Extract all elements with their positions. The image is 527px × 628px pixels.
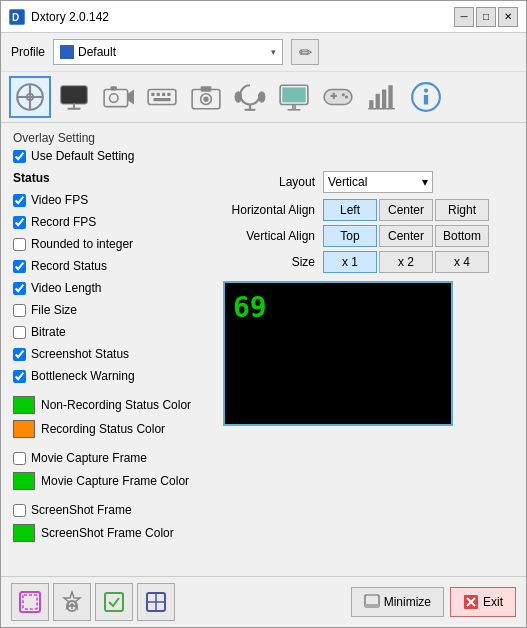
- recording-color-swatch[interactable]: [13, 420, 35, 438]
- bottleneck-label: Bottleneck Warning: [31, 369, 135, 383]
- align-right-button[interactable]: Right: [435, 199, 489, 221]
- preview-box: 69: [223, 281, 453, 426]
- video-fps-checkbox[interactable]: [13, 194, 26, 207]
- horizontal-align-label: Horizontal Align: [223, 203, 323, 217]
- movie-capture-frame-label: Movie Capture Frame: [31, 451, 147, 465]
- window-title: Dxtory 2.0.142: [31, 10, 109, 24]
- layout-select[interactable]: Vertical ▾: [323, 171, 433, 193]
- bottom-icon-1-button[interactable]: [11, 583, 49, 621]
- profile-dropdown[interactable]: Default ▾: [53, 39, 283, 65]
- svg-rect-13: [111, 86, 117, 90]
- size-x2-button[interactable]: x 2: [379, 251, 433, 273]
- align-center-button[interactable]: Center: [379, 199, 433, 221]
- svg-text:D: D: [12, 12, 19, 23]
- screenshot-frame-checkbox[interactable]: [13, 504, 26, 517]
- movie-capture-color-swatch[interactable]: [13, 472, 35, 490]
- svg-rect-35: [333, 93, 335, 99]
- minimize-icon: [364, 594, 380, 610]
- size-row: Size x 1 x 2 x 4: [223, 251, 514, 273]
- align-middle-button[interactable]: Center: [379, 225, 433, 247]
- toolbar-camera-button[interactable]: [185, 76, 227, 118]
- list-item: Bitrate: [13, 321, 213, 343]
- app-icon: D: [9, 9, 25, 25]
- toolbar-monitor-button[interactable]: [53, 76, 95, 118]
- svg-rect-40: [382, 90, 386, 109]
- minimize-button[interactable]: Minimize: [351, 587, 444, 617]
- movie-capture-frame-row: Movie Capture Frame: [13, 447, 213, 469]
- exit-button[interactable]: Exit: [450, 587, 516, 617]
- size-label: Size: [223, 255, 323, 269]
- bottleneck-checkbox[interactable]: [13, 370, 26, 383]
- list-item: Screenshot Status: [13, 343, 213, 365]
- list-item: Bottleneck Warning: [13, 365, 213, 387]
- movie-capture-color-label: Movie Capture Frame Color: [41, 474, 189, 488]
- record-fps-label: Record FPS: [31, 215, 96, 229]
- svg-rect-16: [157, 93, 160, 96]
- svg-rect-18: [167, 93, 170, 96]
- align-left-button[interactable]: Left: [323, 199, 377, 221]
- status-title: Status: [13, 171, 213, 185]
- use-default-label: Use Default Setting: [31, 149, 134, 163]
- record-fps-checkbox[interactable]: [13, 216, 26, 229]
- pencil-icon: ✏: [299, 43, 312, 62]
- main-content: Overlay Setting Use Default Setting Stat…: [1, 123, 526, 576]
- align-top-button[interactable]: Top: [323, 225, 377, 247]
- profile-edit-button[interactable]: ✏: [291, 39, 319, 65]
- record-status-label: Record Status: [31, 259, 107, 273]
- toolbar-crosshair-button[interactable]: [9, 76, 51, 118]
- toolbar-keyboard-button[interactable]: [141, 76, 183, 118]
- use-default-checkbox[interactable]: [13, 150, 26, 163]
- toolbar-gamepad-button[interactable]: [317, 76, 359, 118]
- recording-color-row: Recording Status Color: [13, 417, 213, 441]
- list-item: Rounded to integer: [13, 233, 213, 255]
- toolbar-audio-button[interactable]: [229, 76, 271, 118]
- svg-point-24: [235, 92, 241, 103]
- horizontal-align-row: Horizontal Align Left Center Right: [223, 199, 514, 221]
- file-size-label: File Size: [31, 303, 77, 317]
- bitrate-checkbox[interactable]: [13, 326, 26, 339]
- restore-button[interactable]: □: [476, 7, 496, 27]
- non-recording-color-label: Non-Recording Status Color: [41, 398, 191, 412]
- screenshot-status-checkbox[interactable]: [13, 348, 26, 361]
- title-bar: D Dxtory 2.0.142 ─ □ ✕: [1, 1, 526, 33]
- minimize-button[interactable]: ─: [454, 7, 474, 27]
- bottom-icon-3-button[interactable]: [95, 583, 133, 621]
- bitrate-label: Bitrate: [31, 325, 66, 339]
- use-default-row: Use Default Setting: [13, 149, 514, 163]
- align-bottom-button[interactable]: Bottom: [435, 225, 489, 247]
- bottom-bar: Minimize Exit: [1, 576, 526, 627]
- non-recording-color-swatch[interactable]: [13, 396, 35, 414]
- video-length-checkbox[interactable]: [13, 282, 26, 295]
- screenshot-color-swatch[interactable]: [13, 524, 35, 542]
- horizontal-align-group: Left Center Right: [323, 199, 489, 221]
- close-button[interactable]: ✕: [498, 7, 518, 27]
- exit-label: Exit: [483, 595, 503, 609]
- file-size-checkbox[interactable]: [13, 304, 26, 317]
- svg-rect-17: [162, 93, 165, 96]
- recording-color-label: Recording Status Color: [41, 422, 165, 436]
- bottom-icon-4-button[interactable]: [137, 583, 175, 621]
- svg-rect-41: [388, 85, 392, 108]
- layout-value: Vertical: [328, 175, 367, 189]
- bottom-icon-2-button[interactable]: [53, 583, 91, 621]
- list-item: File Size: [13, 299, 213, 321]
- svg-rect-29: [282, 87, 305, 102]
- vertical-align-label: Vertical Align: [223, 229, 323, 243]
- svg-rect-38: [369, 100, 373, 109]
- svg-rect-22: [201, 86, 212, 91]
- overlay-setting-title: Overlay Setting: [13, 131, 514, 145]
- svg-point-25: [259, 92, 265, 103]
- toolbar-bars-button[interactable]: [361, 76, 403, 118]
- toolbar-capture-button[interactable]: [97, 76, 139, 118]
- svg-point-23: [203, 96, 208, 101]
- profile-color-icon: [60, 45, 74, 59]
- svg-rect-49: [105, 593, 123, 611]
- movie-capture-frame-checkbox[interactable]: [13, 452, 26, 465]
- size-x4-button[interactable]: x 4: [435, 251, 489, 273]
- toolbar-info-button[interactable]: [405, 76, 447, 118]
- toolbar-display2-button[interactable]: [273, 76, 315, 118]
- record-status-checkbox[interactable]: [13, 260, 26, 273]
- title-bar-left: D Dxtory 2.0.142: [9, 9, 109, 25]
- size-x1-button[interactable]: x 1: [323, 251, 377, 273]
- rounded-checkbox[interactable]: [13, 238, 26, 251]
